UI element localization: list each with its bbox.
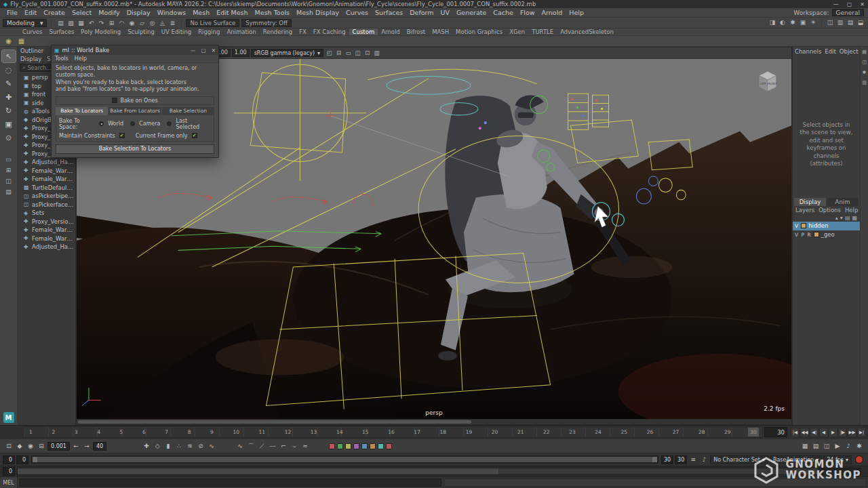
menu-item[interactable]: Mesh Display (294, 9, 342, 16)
new-empty-layer-icon[interactable]: ▤ (845, 215, 850, 221)
range-bar[interactable] (33, 457, 657, 462)
color-chip[interactable] (386, 443, 392, 449)
current-frame-marker[interactable] (748, 428, 759, 436)
shelf-tab[interactable]: Surfaces (46, 28, 78, 35)
timeline-frame-label[interactable]: 15 (362, 429, 369, 435)
gamma-field[interactable]: 1.00 (232, 49, 250, 57)
outliner-item[interactable]: ▩ TurtleDefaultBakeLayer (18, 184, 75, 192)
shelf-tab[interactable]: AdvancedSkeleton (557, 28, 617, 35)
command-language-toggle[interactable]: MEL (0, 477, 18, 488)
tangent-auto-icon[interactable]: ≈ (300, 443, 310, 449)
current-frame-field[interactable]: 30 (764, 427, 787, 437)
secondary-range-bar[interactable] (18, 468, 498, 474)
view-transform-dropdown[interactable]: sRGB gamma (legacy) ▾ (251, 49, 323, 57)
range-start-handle[interactable] (33, 457, 37, 462)
space-last-selected-radio[interactable] (167, 121, 172, 126)
timeline-frame-label[interactable]: 17 (414, 429, 420, 435)
select-range-icon[interactable]: ≋ (185, 443, 195, 449)
channel-box-toggle-icon[interactable]: ▤ (846, 19, 855, 27)
shelf-tab[interactable]: Poly Modeling (77, 28, 124, 35)
select-tool[interactable]: ↖ (2, 50, 16, 62)
keyframe-snap-icon[interactable]: ⊡ (4, 443, 14, 449)
secondary-range-track[interactable] (17, 468, 861, 475)
color-chip[interactable] (378, 443, 384, 449)
render-settings-icon[interactable]: ✱ (788, 19, 797, 27)
open-scene-icon[interactable]: ▧ (66, 20, 75, 26)
ipr-render-icon[interactable]: ◐ (778, 19, 787, 27)
dialog-maximize-button[interactable]: ▢ (201, 47, 206, 54)
shelf-tab[interactable]: Sculpting (124, 28, 158, 35)
view-cube[interactable]: FRONT LEFT (753, 67, 782, 96)
hypershade-icon[interactable]: ▣ (798, 19, 808, 27)
dialog-menu[interactable]: Help (75, 56, 87, 62)
layer-toggles[interactable]: V (795, 223, 799, 229)
isolate-select-icon[interactable]: ◰ (325, 49, 334, 56)
timeline-frame-label[interactable]: 11 (259, 429, 266, 435)
playback-start-field[interactable]: 0 (16, 455, 28, 464)
secondary-start-field[interactable]: 0 (3, 467, 15, 476)
step-forward-key-button[interactable]: |▶ (838, 428, 847, 437)
key-step-field[interactable]: 0.001 (47, 442, 70, 451)
time-editor-icon[interactable]: ◫ (822, 443, 831, 449)
layer-name[interactable]: _geo (821, 231, 835, 238)
dialog-menu[interactable]: Tools (55, 56, 68, 62)
hold-key-icon[interactable]: ▮ (163, 443, 173, 449)
timeline-frame-label[interactable]: 20 (492, 429, 498, 435)
menu-item[interactable]: Mesh (190, 9, 212, 16)
auto-keyframe-toggle[interactable] (855, 455, 863, 464)
outliner-item[interactable]: ✚ Adjusted_HandlesSaddle (18, 158, 75, 167)
playback-end-field[interactable]: 30 (661, 455, 673, 464)
layout-hypergraph[interactable]: ▤ (2, 187, 16, 197)
current-frame-only-checkbox[interactable]: ✔ (192, 133, 197, 138)
layout-persp-outliner[interactable]: ◫ (2, 176, 16, 186)
snap-to-point-icon[interactable]: ◉ (127, 20, 136, 26)
snap-to-view-plane-icon[interactable]: ◎ (147, 20, 157, 26)
shelf-tab[interactable]: Motion Graphics (452, 28, 506, 35)
attribute-editor-toggle-icon[interactable]: ◫ (825, 19, 835, 27)
character-set-dropdown[interactable]: No Character Set▾ (710, 455, 768, 464)
timeline-frame-label[interactable]: 10 (233, 429, 239, 435)
symmetry-dropdown[interactable]: Symmetry: Off (241, 19, 292, 27)
outliner-menu[interactable]: Display (20, 56, 41, 62)
bake-on-ones-option[interactable]: Bake on Ones (56, 96, 214, 105)
dope-sheet-icon[interactable]: ▤ (811, 443, 821, 449)
attribute-editor-tab-icon[interactable]: ◫ (862, 60, 867, 65)
timeline-frame-label[interactable]: 7 (165, 429, 168, 435)
time-slider[interactable]: 1234567891011121314151617181920212223242… (23, 426, 763, 438)
minimize-button[interactable]: — (833, 1, 839, 7)
animation-end-field[interactable]: 30 (675, 455, 687, 464)
anim-layer-dropdown[interactable]: BaseAnimation▾ (770, 455, 822, 464)
shelf-tab[interactable]: Arnold (378, 28, 403, 35)
menu-item[interactable]: Mesh Tools (252, 9, 292, 16)
light-editor-icon[interactable]: ☀ (808, 19, 818, 27)
shelf-tab[interactable]: TURTLE (528, 28, 557, 35)
menu-item[interactable]: Display (124, 9, 153, 16)
channel-box-menu[interactable]: Object (840, 48, 859, 55)
shelf-tab[interactable]: MASH (429, 28, 452, 35)
fps-dropdown[interactable]: 24 fps▾ (823, 455, 852, 464)
menu-item[interactable]: Surfaces (372, 9, 406, 16)
channel-box-menu[interactable]: Channels (795, 48, 821, 55)
set-key-icon[interactable]: ✚ (142, 443, 151, 449)
menu-item[interactable]: Create (41, 9, 68, 16)
next-key-icon[interactable]: → (82, 443, 92, 449)
menu-item[interactable]: Flow (517, 9, 538, 16)
live-surface-field[interactable]: No Live Surface (186, 19, 239, 27)
range-end-handle[interactable] (652, 457, 657, 462)
tool-settings-toggle-icon[interactable]: ▥ (835, 19, 845, 27)
bake-selection-to-locators-button[interactable]: Bake Selection To Locators (56, 144, 214, 154)
new-layer-from-selected-icon[interactable]: ▦ (852, 215, 857, 221)
timeline-frame-label[interactable]: 26 (647, 429, 654, 435)
menu-item[interactable]: Arnold (539, 9, 566, 16)
range-slider[interactable] (31, 455, 658, 464)
layer-editor-tab[interactable]: Display (794, 198, 826, 206)
shelf-tab[interactable]: Curves (19, 28, 46, 35)
menu-item[interactable]: Generate (454, 9, 489, 16)
modeling-toolkit-tab-icon[interactable]: ▥ (862, 80, 867, 85)
key-remove-icon[interactable]: ⊟ (37, 443, 46, 449)
menu-item[interactable]: Help (566, 9, 587, 16)
color-chip[interactable] (329, 443, 335, 449)
tangent-linear-icon[interactable]: ⟋ (257, 443, 267, 450)
outliner-item[interactable]: ✚ Female_Warrior_RIG_Lo3 (18, 235, 75, 243)
dialog-tab[interactable]: Bake Selection (162, 107, 214, 115)
